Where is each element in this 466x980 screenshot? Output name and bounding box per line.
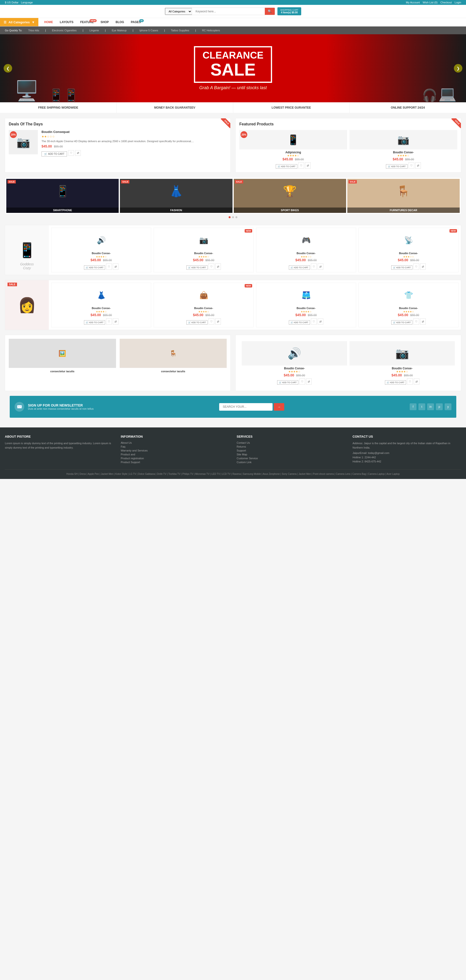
hero-next-btn[interactable]: ❯ (454, 64, 462, 73)
dot-1[interactable] (229, 216, 231, 218)
quick-link-2[interactable]: Electronic Cigarettes (47, 28, 82, 33)
footer-link-returns[interactable]: Returns (237, 445, 346, 448)
featured-compare-1[interactable]: ⇄ (415, 162, 421, 169)
compare-bag[interactable]: ⇄ (215, 318, 221, 325)
footer-link-customer[interactable]: Customer Service (237, 457, 346, 460)
wishlist-shorts[interactable]: ♡ (311, 318, 317, 325)
add-cart-shorts[interactable]: 🛒 ADD TO CART (289, 320, 310, 325)
wishlist-cam2[interactable]: ♡ (413, 263, 419, 270)
featured-add-cart-1[interactable]: 🛒 ADD TO CART (386, 164, 408, 169)
shop-wishlist-1[interactable]: ♡ (407, 379, 413, 385)
deals-featured-grid: Deals Of The Days 20% 📷 Boudin Consequat… (5, 118, 461, 172)
shop-img-1: 📷 (350, 341, 455, 366)
twitter-icon[interactable]: t (418, 403, 425, 410)
shop-wishlist-0[interactable]: ♡ (299, 379, 305, 385)
compare-shirt[interactable]: ⇄ (420, 318, 426, 325)
quick-link-5[interactable]: Iphone 5 Cases (135, 28, 163, 33)
quick-link-7[interactable]: RC Helicopters (197, 28, 225, 33)
quick-link-4[interactable]: Eye Makeup (107, 28, 131, 33)
pinterest-icon[interactable]: p (436, 403, 443, 410)
add-cart-shirt[interactable]: 🛒 ADD TO CART (391, 320, 413, 325)
category-sport[interactable]: SALE 🏆 SPORT BIKES (234, 179, 346, 213)
add-cart-cam2[interactable]: 🛒 ADD TO CART (391, 265, 413, 270)
footer-link-faq[interactable]: Faq (121, 445, 230, 448)
footer-grid: ABOUT PISTORE Lorem ipsum is simply dumm… (5, 435, 461, 465)
wishlist-speakers[interactable]: ♡ (106, 263, 112, 270)
footer-link-about[interactable]: About Us (121, 441, 230, 444)
compare-camera[interactable]: ⇄ (215, 263, 221, 270)
my-account-link[interactable]: My Account (406, 1, 420, 4)
category-select[interactable]: All Categories (165, 8, 192, 15)
featured-compare-0[interactable]: ⇄ (305, 162, 311, 169)
newsletter-input[interactable] (219, 403, 273, 410)
nav-feature[interactable]: FEATURE NEW (77, 18, 97, 26)
compare-dress[interactable]: ⇄ (113, 318, 119, 325)
featured-add-cart-0[interactable]: 🛒 ADD TO CART (276, 164, 298, 169)
product-price-camera: $45.00 $55.00 (156, 258, 251, 262)
blog-title-1: consectetur iaculis (120, 370, 227, 373)
category-fashion[interactable]: SALE 👗 FASHION (120, 179, 232, 213)
shop-price-0: $45.00 $55.00 (242, 373, 347, 377)
deal-wishlist-btn[interactable]: ♡ (68, 150, 74, 156)
wishlist-camera[interactable]: ♡ (209, 263, 214, 270)
shop-compare-0[interactable]: ⇄ (306, 379, 312, 385)
wishlist-link[interactable]: Wish List (0) (423, 1, 437, 4)
search-input[interactable] (192, 8, 265, 14)
footer-info-title: INFORMATION (121, 435, 230, 438)
nav-pages[interactable]: PAGES 35 (127, 18, 144, 26)
product-price-dress: $45.00 $55.00 (54, 313, 149, 317)
quick-link-1[interactable]: Trtoo kits (23, 28, 44, 33)
language-selector[interactable]: Language (21, 1, 33, 4)
all-categories-btn[interactable]: ☰ All Categories ▼ (0, 18, 38, 26)
deal-add-to-cart-btn[interactable]: 🛒 ADD TO CART (41, 151, 67, 156)
nav-blog[interactable]: BLOG (112, 18, 127, 26)
deal-compare-btn[interactable]: ⇄ (75, 150, 81, 156)
login-link[interactable]: Login (455, 1, 461, 4)
featured-wishlist-0[interactable]: ♡ (298, 162, 304, 169)
quick-link-3[interactable]: Lingerie (84, 28, 104, 33)
compare-shorts[interactable]: ⇄ (318, 318, 323, 325)
add-cart-speakers[interactable]: 🛒 ADD TO CART (84, 265, 105, 270)
footer-link-custom[interactable]: Custom Link (237, 461, 346, 464)
category-furniture[interactable]: SALE 🪑 FURNITURES DECAR (347, 179, 460, 213)
nav-layouts[interactable]: LAYOUTS (56, 18, 77, 26)
hero-prev-btn[interactable]: ❮ (4, 64, 12, 73)
add-cart-dress[interactable]: 🛒 ADD TO CART (84, 320, 105, 325)
facebook-icon[interactable]: f (410, 403, 417, 410)
quick-link-6[interactable]: Tattoo Supplies (166, 28, 194, 33)
featured-product-1: 📷 Boudin Conse- ★★★★☆ $45.00 $55.00 🛒 AD… (350, 130, 457, 169)
youtube-icon[interactable]: y (445, 403, 452, 410)
footer-link-contact[interactable]: Contact Us (237, 441, 346, 444)
search-button[interactable]: 🔍 (265, 8, 275, 15)
add-cart-bag[interactable]: 🛒 ADD TO CART (186, 320, 208, 325)
add-cart-camera[interactable]: 🛒 ADD TO CART (186, 265, 208, 270)
featured-wishlist-1[interactable]: ♡ (409, 162, 414, 169)
compare-gamepad[interactable]: ⇄ (318, 263, 323, 270)
footer-link-service-support[interactable]: Support (237, 449, 346, 452)
footer-link-support[interactable]: Product Support (121, 461, 230, 464)
compare-cam2[interactable]: ⇄ (420, 263, 426, 270)
wishlist-shirt[interactable]: ♡ (413, 318, 419, 325)
dot-2[interactable] (232, 216, 234, 218)
add-cart-gamepad[interactable]: 🛒 ADD TO CART (289, 265, 310, 270)
checkout-link[interactable]: Checkout (441, 1, 452, 4)
footer-link-product[interactable]: Product and (121, 453, 230, 456)
footer-link-warranty[interactable]: Warranty and Services (121, 449, 230, 452)
cart-box[interactable]: SHOPPING CART 4 Item(s) $0.00 (277, 7, 301, 15)
shop-add-cart-0[interactable]: 🛒 ADD TO CART (277, 380, 298, 385)
nav-shop[interactable]: SHOP (97, 18, 112, 26)
shop-compare-1[interactable]: ⇄ (414, 379, 419, 385)
newsletter-submit-btn[interactable]: → (274, 403, 284, 410)
instagram-icon[interactable]: in (427, 403, 434, 410)
wishlist-dress[interactable]: ♡ (106, 318, 112, 325)
footer-link-sitemap[interactable]: Site Map (237, 453, 346, 456)
category-smartphone[interactable]: SALE 📱 SMARTPHONE (6, 179, 119, 213)
shop-add-cart-1[interactable]: 🛒 ADD TO CART (385, 380, 406, 385)
nav-home[interactable]: HOME (41, 18, 56, 26)
wishlist-gamepad[interactable]: ♡ (311, 263, 317, 270)
footer-link-registration[interactable]: Product registration (121, 457, 230, 460)
wishlist-bag[interactable]: ♡ (209, 318, 214, 325)
currency-selector[interactable]: $ US Dollar (5, 1, 19, 4)
dot-3[interactable] (235, 216, 237, 218)
compare-speakers[interactable]: ⇄ (113, 263, 119, 270)
